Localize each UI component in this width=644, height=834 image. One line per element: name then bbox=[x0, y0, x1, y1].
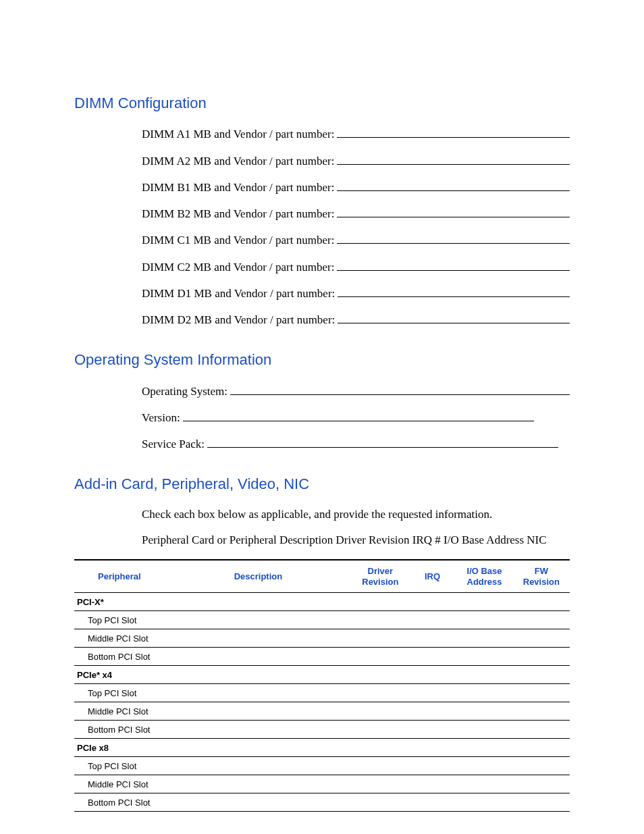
table-cell bbox=[165, 793, 352, 812]
table-row: Bottom PCI Slot bbox=[74, 793, 570, 812]
os-heading: Operating System Information bbox=[74, 351, 570, 369]
table-cell bbox=[513, 702, 570, 721]
table-row: Middle PCI Slot bbox=[74, 702, 570, 721]
table-cell bbox=[456, 648, 512, 666]
peripheral-label: Bottom PCI Slot bbox=[74, 793, 165, 812]
dimm-label: DIMM B1 MB and Vendor / part number: bbox=[142, 181, 337, 194]
table-cell bbox=[513, 793, 570, 812]
table-cell bbox=[456, 775, 512, 793]
dimm-label: DIMM B2 MB and Vendor / part number: bbox=[142, 207, 337, 221]
table-cell bbox=[513, 593, 570, 611]
table-cell bbox=[456, 739, 512, 757]
dimm-fields: DIMM A1 MB and Vendor / part number:DIMM… bbox=[142, 127, 570, 327]
os-label: Operating System: bbox=[142, 385, 230, 398]
table-cell bbox=[352, 775, 408, 793]
table-cell bbox=[165, 629, 352, 648]
table-cell bbox=[513, 629, 570, 648]
dimm-line: DIMM C2 MB and Vendor / part number: bbox=[142, 259, 570, 273]
table-cell bbox=[165, 593, 352, 611]
table-cell bbox=[513, 648, 570, 666]
table-cell bbox=[409, 775, 456, 793]
table-cell bbox=[352, 611, 408, 629]
dimm-blank bbox=[338, 313, 570, 323]
table-cell bbox=[165, 739, 352, 757]
peripheral-label: Top PCI Slot bbox=[74, 611, 165, 629]
table-cell bbox=[513, 666, 570, 684]
table-cell bbox=[165, 611, 352, 629]
table-cell bbox=[456, 757, 512, 775]
os-label: Version: bbox=[142, 411, 183, 425]
page-content: DIMM Configuration DIMM A1 MB and Vendor… bbox=[0, 0, 644, 834]
table-cell bbox=[513, 775, 570, 793]
table-cell bbox=[352, 684, 408, 702]
table-row: Middle PCI Slot bbox=[74, 629, 570, 648]
table-row: Middle PCI Slot bbox=[74, 775, 570, 793]
table-cell bbox=[165, 648, 352, 666]
dimm-label: DIMM D1 MB and Vendor / part number: bbox=[142, 287, 338, 301]
table-cell bbox=[165, 666, 352, 684]
table-row: Bottom PCI Slot bbox=[74, 721, 570, 739]
table-cell bbox=[409, 721, 456, 739]
table-cell bbox=[352, 702, 408, 721]
table-cell bbox=[456, 611, 512, 629]
peripheral-label: Bottom PCI Slot bbox=[74, 721, 165, 739]
table-cell bbox=[352, 721, 408, 739]
os-blank bbox=[207, 437, 558, 448]
dimm-blank bbox=[337, 207, 570, 217]
dimm-line: DIMM A1 MB and Vendor / part number: bbox=[142, 127, 570, 141]
os-line: Service Pack: bbox=[142, 437, 570, 451]
addin-intro-1: Check each box below as applicable, and … bbox=[142, 508, 570, 521]
table-cell bbox=[165, 757, 352, 775]
table-cell bbox=[165, 775, 352, 793]
table-row: Top PCI Slot bbox=[74, 684, 570, 702]
dimm-label: DIMM A2 MB and Vendor / part number: bbox=[142, 155, 337, 168]
table-cell bbox=[352, 793, 408, 812]
table-cell bbox=[165, 721, 352, 739]
table-cell bbox=[352, 593, 408, 611]
table-cell bbox=[513, 757, 570, 775]
table-cell bbox=[409, 684, 456, 702]
table-row: Top PCI Slot bbox=[74, 611, 570, 629]
os-label: Service Pack: bbox=[142, 438, 207, 451]
table-cell bbox=[513, 739, 570, 757]
table-cell bbox=[409, 793, 456, 812]
table-row: PCIe* x4 bbox=[74, 666, 570, 684]
table-cell bbox=[456, 721, 512, 739]
table-header-row: Peripheral Description Driver Revision I… bbox=[74, 560, 570, 593]
addin-intro-2: Peripheral Card or Peripheral Descriptio… bbox=[142, 533, 570, 547]
table-cell bbox=[352, 757, 408, 775]
table-cell bbox=[513, 611, 570, 629]
peripheral-label: Top PCI Slot bbox=[74, 684, 165, 702]
os-fields: Operating System:Version:Service Pack: bbox=[142, 384, 570, 451]
dimm-label: DIMM C2 MB and Vendor / part number: bbox=[142, 261, 337, 274]
dimm-line: DIMM B1 MB and Vendor / part number: bbox=[142, 180, 570, 194]
dimm-heading: DIMM Configuration bbox=[74, 95, 570, 112]
dimm-line: DIMM C1 MB and Vendor / part number: bbox=[142, 233, 570, 247]
th-description: Description bbox=[165, 560, 352, 593]
peripheral-label: PCIe x8 bbox=[74, 739, 165, 757]
dimm-blank bbox=[337, 180, 570, 191]
table-cell bbox=[456, 793, 512, 812]
table-cell bbox=[352, 648, 408, 666]
dimm-blank bbox=[337, 259, 570, 270]
peripheral-label: Top PCI Slot bbox=[74, 757, 165, 775]
peripheral-label: Middle PCI Slot bbox=[74, 702, 165, 721]
th-driver-revision: Driver Revision bbox=[352, 560, 408, 593]
table-cell bbox=[409, 593, 456, 611]
table-cell bbox=[352, 666, 408, 684]
dimm-line: DIMM D1 MB and Vendor / part number: bbox=[142, 286, 570, 301]
peripheral-label: Bottom PCI Slot bbox=[74, 648, 165, 666]
dimm-blank bbox=[337, 233, 570, 244]
table-cell bbox=[456, 629, 512, 648]
table-cell bbox=[165, 684, 352, 702]
table-cell bbox=[409, 666, 456, 684]
dimm-blank bbox=[337, 127, 570, 138]
addin-heading: Add-in Card, Peripheral, Video, NIC bbox=[74, 475, 570, 493]
os-blank bbox=[230, 384, 570, 394]
table-cell bbox=[409, 739, 456, 757]
th-peripheral: Peripheral bbox=[74, 560, 165, 593]
table-cell bbox=[456, 702, 512, 721]
peripheral-table: Peripheral Description Driver Revision I… bbox=[74, 559, 570, 812]
table-cell bbox=[513, 721, 570, 739]
table-row: PCI-X* bbox=[74, 593, 570, 611]
